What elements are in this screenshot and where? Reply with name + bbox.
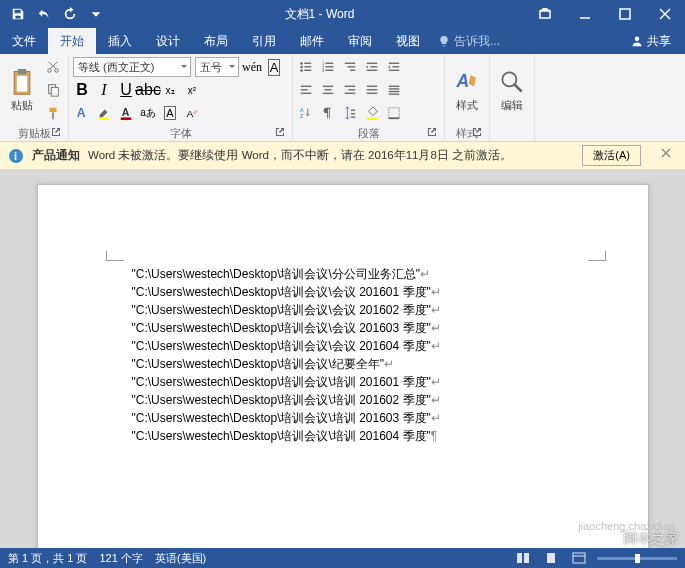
read-mode-button[interactable]: [513, 550, 533, 566]
subscript-button[interactable]: x₂: [161, 79, 179, 101]
document-line[interactable]: "C:\Users\westech\Desktop\培训会议\会议 201604…: [132, 337, 441, 355]
svg-rect-37: [389, 63, 400, 64]
maximize-button[interactable]: [605, 0, 645, 28]
change-case-button[interactable]: A: [265, 56, 283, 78]
redo-button[interactable]: [58, 3, 82, 25]
minimize-button[interactable]: [565, 0, 605, 28]
clipboard-group-label: 剪贴板: [4, 125, 64, 141]
person-icon: [631, 35, 643, 47]
paste-button[interactable]: 粘贴: [4, 56, 40, 125]
title-bar: 文档1 - Word: [0, 0, 685, 28]
svg-rect-58: [351, 110, 355, 111]
editing-button[interactable]: 编辑: [494, 56, 530, 125]
document-line[interactable]: "C:\Users\westech\Desktop\培训会议\分公司业务汇总"↵: [132, 265, 441, 283]
svg-rect-44: [325, 89, 332, 90]
language-indicator[interactable]: 英语(美国): [155, 551, 206, 566]
format-painter-button[interactable]: [42, 102, 64, 124]
svg-rect-24: [304, 70, 311, 71]
svg-point-21: [300, 66, 303, 69]
align-left-button[interactable]: [297, 79, 315, 101]
share-button[interactable]: 共享: [617, 28, 685, 54]
print-layout-button[interactable]: [541, 550, 561, 566]
qat-customize-button[interactable]: [84, 3, 108, 25]
align-right-button[interactable]: [341, 79, 359, 101]
superscript-button[interactable]: x²: [183, 79, 201, 101]
bullets-icon: [299, 60, 313, 74]
sort-button[interactable]: AZ: [297, 102, 315, 124]
font-color-button[interactable]: A: [117, 102, 135, 124]
paragraph-launcher[interactable]: [426, 127, 438, 139]
tab-references[interactable]: 引用: [240, 28, 288, 54]
multilevel-list-button[interactable]: [341, 56, 359, 78]
close-button[interactable]: [645, 0, 685, 28]
cut-button[interactable]: [42, 56, 64, 78]
tab-view[interactable]: 视图: [384, 28, 432, 54]
shading-button[interactable]: [363, 102, 381, 124]
underline-button[interactable]: U: [117, 79, 135, 101]
document-line[interactable]: "C:\Users\westech\Desktop\培训会议\纪要全年"↵: [132, 355, 441, 373]
align-center-button[interactable]: [319, 79, 337, 101]
tell-me-search[interactable]: 告诉我...: [438, 28, 500, 54]
notification-close-button[interactable]: [661, 148, 677, 164]
line-spacing-icon: [343, 106, 357, 120]
tab-review[interactable]: 审阅: [336, 28, 384, 54]
font-name-combo[interactable]: 等线 (西文正文): [73, 57, 191, 77]
clear-formatting-button[interactable]: A: [183, 102, 201, 124]
character-border-button[interactable]: A: [161, 102, 179, 124]
borders-button[interactable]: [385, 102, 403, 124]
tab-home[interactable]: 开始: [48, 28, 96, 54]
document-line[interactable]: "C:\Users\westech\Desktop\培训会议\会议 201603…: [132, 319, 441, 337]
font-name-value: 等线 (西文正文): [78, 60, 154, 75]
decrease-indent-button[interactable]: [363, 56, 381, 78]
undo-button[interactable]: [32, 3, 56, 25]
tab-mailings[interactable]: 邮件: [288, 28, 336, 54]
bold-button[interactable]: B: [73, 79, 91, 101]
font-launcher[interactable]: [274, 127, 286, 139]
highlight-button[interactable]: [95, 102, 113, 124]
page-indicator[interactable]: 第 1 页，共 1 页: [8, 551, 87, 566]
svg-rect-47: [348, 89, 355, 90]
svg-rect-60: [351, 117, 355, 118]
svg-rect-22: [304, 66, 311, 67]
document-line[interactable]: "C:\Users\westech\Desktop\培训会议\培训 201604…: [132, 427, 441, 445]
bullets-button[interactable]: [297, 56, 315, 78]
document-page[interactable]: "C:\Users\westech\Desktop\培训会议\分公司业务汇总"↵…: [37, 184, 649, 548]
tab-file[interactable]: 文件: [0, 28, 48, 54]
tab-layout[interactable]: 布局: [192, 28, 240, 54]
document-line[interactable]: "C:\Users\westech\Desktop\培训会议\培训 201601…: [132, 373, 441, 391]
italic-button[interactable]: I: [95, 79, 113, 101]
styles-button[interactable]: A 样式: [449, 56, 485, 125]
document-content[interactable]: "C:\Users\westech\Desktop\培训会议\分公司业务汇总"↵…: [132, 265, 441, 445]
copy-button[interactable]: [42, 79, 64, 101]
ribbon-display-button[interactable]: [525, 0, 565, 28]
grow-font-button[interactable]: wén: [243, 56, 261, 78]
strikethrough-button[interactable]: abc: [139, 79, 157, 101]
svg-rect-50: [367, 89, 378, 90]
document-line[interactable]: "C:\Users\westech\Desktop\培训会议\培训 201602…: [132, 391, 441, 409]
document-line[interactable]: "C:\Users\westech\Desktop\培训会议\培训 201603…: [132, 409, 441, 427]
increase-indent-button[interactable]: [385, 56, 403, 78]
distributed-button[interactable]: [385, 79, 403, 101]
tab-insert[interactable]: 插入: [96, 28, 144, 54]
editing-label: 编辑: [501, 98, 523, 113]
save-button[interactable]: [6, 3, 30, 25]
phonetic-guide-button[interactable]: aあ: [139, 102, 157, 124]
font-size-combo[interactable]: 五号: [195, 57, 239, 77]
web-layout-button[interactable]: [569, 550, 589, 566]
styles-launcher[interactable]: [471, 127, 483, 139]
justify-button[interactable]: [363, 79, 381, 101]
book-icon: [516, 552, 530, 564]
document-line[interactable]: "C:\Users\westech\Desktop\培训会议\会议 201601…: [132, 283, 441, 301]
text-effects-button[interactable]: A: [73, 102, 91, 124]
document-workspace[interactable]: "C:\Users\westech\Desktop\培训会议\分公司业务汇总"↵…: [0, 170, 685, 548]
document-line[interactable]: "C:\Users\westech\Desktop\培训会议\会议 201602…: [132, 301, 441, 319]
numbering-button[interactable]: 123: [319, 56, 337, 78]
show-marks-button[interactable]: [319, 102, 337, 124]
clipboard-launcher[interactable]: [50, 127, 62, 139]
tab-design[interactable]: 设计: [144, 28, 192, 54]
zoom-slider[interactable]: [597, 557, 677, 560]
activate-button[interactable]: 激活(A): [582, 145, 641, 166]
line-spacing-button[interactable]: [341, 102, 359, 124]
zoom-thumb[interactable]: [635, 554, 640, 563]
word-count[interactable]: 121 个字: [99, 551, 142, 566]
